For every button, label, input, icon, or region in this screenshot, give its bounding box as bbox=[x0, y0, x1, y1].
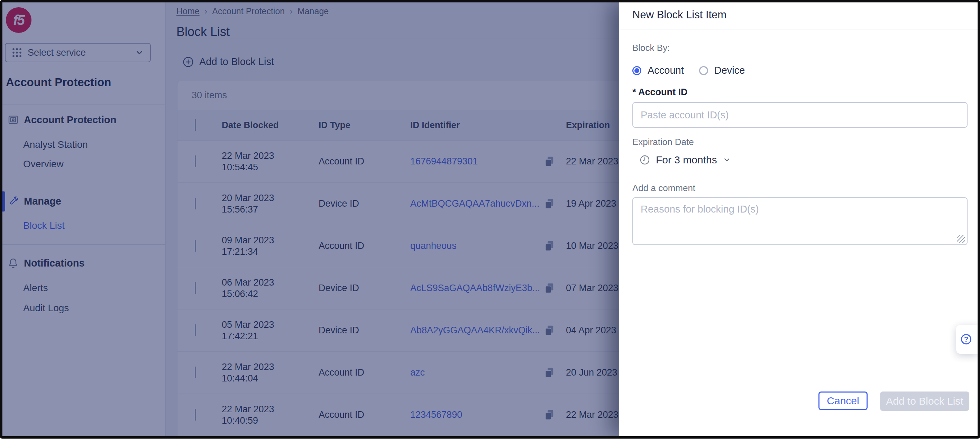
radio-unselected-icon[interactable] bbox=[699, 66, 708, 75]
chevron-down-icon bbox=[722, 156, 731, 164]
help-button[interactable]: ? bbox=[956, 325, 978, 354]
submit-add-to-block-list-button[interactable]: Add to Block List bbox=[880, 391, 969, 411]
radio-label-device: Device bbox=[714, 65, 745, 76]
account-id-input[interactable] bbox=[632, 102, 967, 128]
expiration-date-label: Expiration Date bbox=[632, 137, 694, 147]
screenshot-root: f5 Select service Account Protection bbox=[0, 0, 980, 441]
comment-label: Add a comment bbox=[632, 183, 695, 193]
radio-option-device[interactable]: Device bbox=[699, 65, 745, 76]
window-frame: f5 Select service Account Protection bbox=[0, 0, 980, 439]
radio-label-account: Account bbox=[648, 65, 684, 76]
radio-selected-icon[interactable] bbox=[632, 66, 641, 75]
new-block-list-item-drawer: New Block List Item Block By: Account De… bbox=[619, 2, 978, 436]
account-id-label: * Account ID bbox=[632, 87, 688, 97]
block-by-label: Block By: bbox=[632, 43, 670, 53]
expiration-dropdown[interactable]: For 3 months bbox=[639, 154, 731, 166]
drawer-title: New Block List Item bbox=[632, 9, 726, 21]
drawer-title-divider bbox=[619, 29, 978, 29]
radio-option-account[interactable]: Account bbox=[632, 65, 684, 76]
expiration-value: For 3 months bbox=[656, 154, 717, 166]
help-icon: ? bbox=[961, 334, 971, 344]
comment-textarea[interactable] bbox=[632, 197, 967, 245]
block-by-radio-group: Account Device bbox=[632, 65, 745, 76]
drawer-actions: Cancel Add to Block List bbox=[818, 391, 969, 411]
cancel-button[interactable]: Cancel bbox=[818, 391, 867, 410]
clock-icon bbox=[639, 154, 650, 165]
